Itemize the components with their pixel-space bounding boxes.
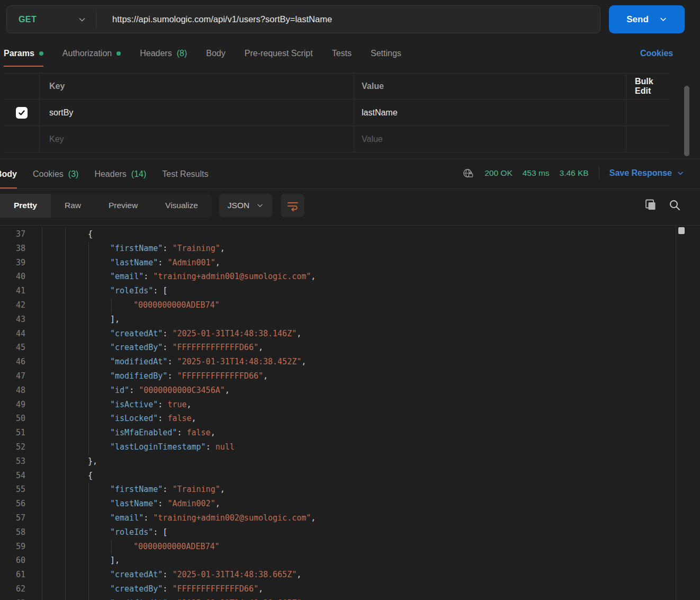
json-value: "Admin002" (167, 499, 215, 508)
line-number: 43 (0, 315, 25, 324)
code-line: 51"isMfaEnabled": false, (0, 426, 700, 441)
param-key-input-placeholder[interactable]: Key (40, 126, 354, 152)
network-globe-lock-icon[interactable] (462, 167, 474, 179)
json-key: "isActive" (110, 400, 158, 409)
view-tab-visualize[interactable]: Visualize (151, 194, 212, 218)
indent-guide (65, 512, 66, 526)
json-punct: : (158, 258, 167, 267)
response-tab-test-results[interactable]: Test Results (162, 169, 208, 189)
url-input[interactable]: https://api.sumologic.com/api/v1/users?s… (96, 14, 332, 24)
param-key-input[interactable]: sortBy (40, 100, 354, 126)
code-text: "createdAt": "2025-01-31T14:48:38.146Z", (110, 329, 301, 338)
json-value: "2025-01-31T14:48:38.146Z" (172, 329, 297, 338)
json-punct: }, (88, 456, 97, 466)
response-tab-headers[interactable]: Headers(14) (94, 169, 146, 189)
indent-guide (65, 469, 66, 483)
tab-tests[interactable]: Tests (332, 44, 352, 67)
tab-authorization[interactable]: Authorization (62, 44, 121, 67)
json-punct: , (192, 414, 196, 423)
code-text: { (88, 471, 93, 480)
tab-settings[interactable]: Settings (371, 44, 401, 67)
search-response-button[interactable] (668, 199, 681, 211)
code-line: 41"roleIds": [ (0, 284, 700, 299)
param-value-input-placeholder[interactable]: Value (354, 126, 626, 152)
json-punct: : (163, 329, 172, 338)
bulk-edit-button[interactable]: Bulk Edit (626, 74, 670, 99)
code-text: "lastLoginTimestamp": null (110, 442, 235, 452)
json-value: "2025-01-31T14:48:38.452Z" (177, 357, 301, 366)
cookies-link[interactable]: Cookies (640, 49, 673, 58)
tab-body[interactable]: Body (206, 44, 225, 67)
status-badge[interactable]: 200 OK (484, 168, 513, 178)
code-scrollbar-thumb[interactable] (678, 227, 685, 234)
indent-guide (65, 355, 66, 370)
indent-guide (65, 398, 66, 413)
json-value: null (216, 442, 235, 452)
send-button[interactable]: Send (609, 5, 685, 33)
json-punct: : (158, 414, 167, 423)
view-tab-raw[interactable]: Raw (51, 194, 95, 218)
response-size[interactable]: 3.46 KB (560, 168, 589, 178)
json-value: false (187, 428, 211, 437)
code-line: 50"isLocked": false, (0, 412, 700, 426)
indent-guide (42, 441, 42, 455)
view-tab-pretty[interactable]: Pretty (0, 194, 51, 218)
indent-guide (42, 355, 42, 370)
indent-guide (65, 370, 66, 384)
params-header-row: KeyValueBulk Edit (4, 73, 670, 100)
code-line: 46"modifiedAt": "2025-01-31T14:48:38.452… (0, 355, 700, 370)
json-value: "Training" (172, 485, 220, 494)
json-punct: : (163, 343, 172, 352)
json-value: "0000000000C3456A" (139, 386, 225, 395)
json-punct: { (88, 471, 93, 480)
line-number: 40 (0, 272, 25, 281)
tab-count: (8) (177, 49, 187, 58)
method-selector[interactable]: GET (7, 15, 37, 24)
json-punct: : (163, 570, 172, 579)
tab-pre-request-script[interactable]: Pre-request Script (245, 44, 313, 67)
indent-guide (42, 313, 42, 327)
code-text: "lastName": "Admin001", (110, 258, 220, 267)
green-dot-icon (116, 51, 121, 56)
view-tab-preview[interactable]: Preview (95, 194, 151, 218)
language-chevron-down-icon (256, 202, 264, 209)
response-tab-cookies[interactable]: Cookies(3) (33, 169, 78, 189)
json-key: "isMfaEnabled" (110, 428, 177, 437)
send-chevron-down-icon (659, 15, 667, 23)
json-punct: , (311, 272, 316, 281)
param-enabled-checkbox[interactable] (16, 107, 28, 119)
wrap-text-button[interactable] (281, 194, 304, 217)
code-text: ], (110, 556, 120, 565)
code-text: "isLocked": false, (110, 414, 196, 423)
line-number: 37 (0, 229, 25, 239)
param-value-input[interactable]: lastName (354, 100, 626, 126)
response-tab-body[interactable]: Body (0, 169, 17, 189)
tab-params[interactable]: Params (4, 44, 43, 67)
indent-guide (88, 384, 89, 398)
code-text: "firstName": "Training", (110, 244, 225, 253)
params-column-value: Value (354, 74, 626, 99)
tab-headers[interactable]: Headers(8) (140, 44, 187, 67)
json-punct: , (225, 386, 230, 395)
line-number: 54 (0, 471, 25, 480)
language-dropdown[interactable]: JSON (219, 194, 272, 217)
indent-guide (42, 455, 42, 469)
json-key: "firstName" (110, 485, 163, 494)
copy-response-button[interactable] (644, 198, 657, 212)
indent-guide (88, 568, 89, 583)
indent-guide (42, 497, 42, 512)
code-line: 54{ (0, 469, 700, 483)
json-value: "training+admin002@sumologic.com" (153, 513, 311, 523)
params-table: KeyValueBulk EditsortBylastNameKeyValue (4, 73, 670, 153)
save-response-button[interactable]: Save Response (609, 168, 684, 178)
indent-guide (42, 256, 42, 271)
code-scrollbar-track[interactable] (676, 226, 676, 600)
line-number: 59 (0, 542, 25, 551)
params-scrollbar-thumb[interactable] (684, 86, 689, 156)
json-key: "id" (110, 386, 129, 395)
code-line: 44"createdAt": "2025-01-31T14:48:38.146Z… (0, 327, 700, 342)
json-value: "0000000000ADEB74" (133, 542, 220, 551)
response-time[interactable]: 453 ms (523, 168, 550, 178)
json-key: "roleIds" (110, 527, 153, 537)
method-chevron-down-icon[interactable] (78, 15, 86, 24)
